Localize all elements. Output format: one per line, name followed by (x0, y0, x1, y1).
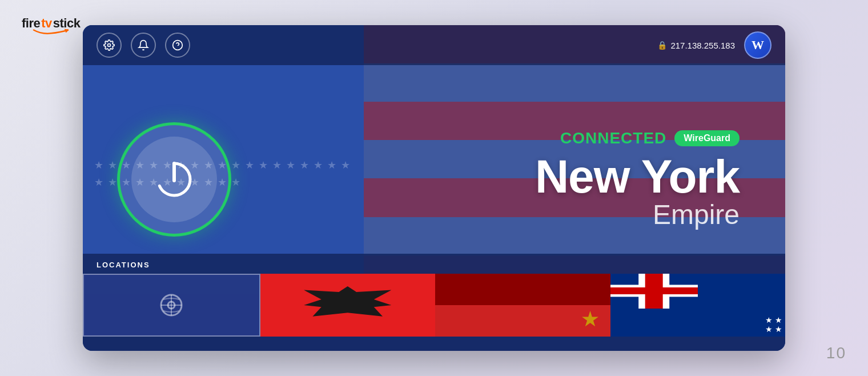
best-location-icon (158, 291, 185, 319)
firetv-logo: firetvstick (22, 16, 80, 31)
power-button-wrapper (117, 122, 231, 237)
bell-icon (138, 39, 149, 51)
location-subtitle: Empire (653, 200, 740, 230)
power-button[interactable] (117, 122, 231, 237)
profile-button[interactable]: W (744, 31, 771, 59)
status-row: CONNECTED WireGuard (560, 129, 740, 147)
vpn-app: ★ ★ ★ ★ ★ ★ ★ ★ ★ ★ ★ ★ ★ ★ ★ ★ ★ ★ ★ ★ … (83, 25, 785, 351)
lock-icon: 🔒 (657, 41, 667, 50)
union-jack (610, 274, 698, 309)
ip-address: 217.138.255.183 (670, 41, 735, 50)
locations-header: LOCATIONS (83, 254, 785, 274)
location-name: New York (535, 153, 740, 200)
australia-stars: ★ ★★ ★ (765, 315, 782, 334)
top-bar-left (97, 33, 190, 58)
top-bar: 🔒 217.138.255.183 W (83, 25, 785, 65)
location-card-red[interactable] (435, 274, 610, 337)
power-button-inner (131, 137, 217, 222)
uj-red-v (645, 274, 663, 309)
svg-point-0 (108, 44, 111, 47)
connection-status: CONNECTED (560, 129, 666, 147)
ip-display: 🔒 217.138.255.183 (657, 41, 735, 50)
right-content: CONNECTED WireGuard New York Empire (231, 129, 751, 230)
top-bar-right: 🔒 217.138.255.183 W (657, 31, 771, 59)
question-icon (172, 39, 183, 51)
amazon-smile-icon (22, 29, 80, 34)
notifications-button[interactable] (131, 33, 156, 58)
location-card-best[interactable] (83, 274, 260, 337)
profile-label: W (752, 38, 764, 53)
locations-list: ★ ★★ ★ (83, 274, 785, 337)
locations-bar: LOCATIONS (83, 254, 785, 351)
settings-icon (103, 39, 115, 51)
settings-button[interactable] (97, 33, 122, 58)
power-icon (151, 157, 197, 202)
help-button[interactable] (165, 33, 190, 58)
location-card-australia[interactable]: ★ ★★ ★ (610, 274, 786, 337)
page-number: 10 (826, 344, 846, 362)
location-card-albania[interactable] (260, 274, 436, 337)
protocol-badge: WireGuard (674, 130, 740, 146)
